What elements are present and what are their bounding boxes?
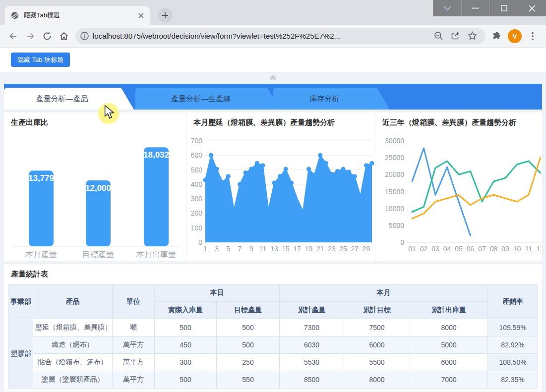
area-point[interactable] <box>324 161 328 166</box>
table-cell: 塗層（塗層類產品） <box>33 371 113 389</box>
table-header: 本日 <box>155 284 280 302</box>
area-point[interactable] <box>306 167 311 171</box>
browser-toolbar: localhost:8075/webroot/decision/view/for… <box>0 25 546 48</box>
table-cell: 貼合（燈箱布、篷布） <box>33 354 113 371</box>
table-cell: 8500 <box>280 371 344 389</box>
table-row: 織造（網布）萬平方45050060306000500082.92% <box>8 336 538 354</box>
back-icon <box>8 31 18 41</box>
window-maximize-button[interactable] <box>489 0 518 16</box>
bar-category-label: 本月出庫量 <box>136 250 176 259</box>
line-xtick: 11 <box>525 245 533 253</box>
area-ytick: 700 <box>191 137 203 145</box>
parameter-pane: 隐藏 Tab 块标题 <box>0 48 546 72</box>
area-point[interactable] <box>238 182 242 186</box>
bar-chart-panel: 生產出庫比 13,779本月產量12,000目標產量18,032本月出庫量 <box>4 112 186 261</box>
area-point[interactable] <box>335 169 340 173</box>
table-cell: 500 <box>217 336 280 354</box>
area-point[interactable] <box>209 153 213 158</box>
minimize-icon <box>472 7 479 9</box>
table-subheader: 實際入庫量 <box>155 302 217 319</box>
area-point[interactable] <box>289 180 294 185</box>
info-icon[interactable] <box>80 32 89 40</box>
share-button[interactable] <box>447 28 464 45</box>
profile-avatar[interactable]: V <box>508 29 522 43</box>
area-point[interactable] <box>220 180 225 184</box>
line-xtick: 03 <box>431 245 439 253</box>
table-subheader: 累計目標 <box>344 302 410 319</box>
globe-favicon-icon <box>11 11 19 19</box>
area-point[interactable] <box>203 178 208 182</box>
zoom-out-icon <box>434 31 443 41</box>
area-point[interactable] <box>284 167 288 171</box>
report-tabbar: 產量分析—產品 產量分析—生產線 庫存分析 <box>4 84 542 110</box>
browser-titlebar: 隱藏Tab標題 <box>0 0 546 25</box>
param-collapse-control[interactable] <box>4 72 542 84</box>
new-tab-button[interactable] <box>158 8 173 23</box>
area-point[interactable] <box>370 161 374 166</box>
area-xtick: 27 <box>351 245 359 253</box>
chevron-up-double-icon <box>270 75 276 80</box>
area-point[interactable] <box>364 163 368 168</box>
forward-button[interactable] <box>22 28 39 45</box>
hide-tab-title-button[interactable]: 隐藏 Tab 块标题 <box>11 53 70 67</box>
address-bar[interactable]: localhost:8075/webroot/decision/view/for… <box>75 28 485 44</box>
area-point[interactable] <box>260 163 265 168</box>
line-ytick: 30000 <box>385 137 404 145</box>
area-point[interactable] <box>249 167 253 171</box>
browser-menu-button[interactable] <box>524 28 541 45</box>
production-output-bar-chart[interactable]: 13,779本月產量12,000目標產量18,032本月出庫量 <box>4 132 186 261</box>
trend-series-0[interactable] <box>412 148 471 235</box>
back-button[interactable] <box>5 28 22 45</box>
table-header: 產品 <box>33 284 113 319</box>
line-xtick: 02 <box>420 245 428 253</box>
table-cell: 300 <box>155 354 217 371</box>
table-cell: 500 <box>217 319 280 336</box>
area-xtick: 3 <box>215 245 219 253</box>
table-cell: 108.50% <box>488 354 538 371</box>
extensions-button[interactable] <box>488 28 505 45</box>
area-point[interactable] <box>347 169 351 174</box>
area-point[interactable] <box>278 174 282 178</box>
window-minimize-button[interactable] <box>461 0 489 16</box>
line-xtick: 12 <box>537 245 541 253</box>
window-close-button[interactable] <box>518 0 546 16</box>
tab-production-by-line[interactable]: 產量分析—生產線 <box>135 88 280 110</box>
window-chevron-down-button[interactable] <box>433 0 461 16</box>
tab-close-icon[interactable] <box>138 13 144 18</box>
area-point[interactable] <box>255 161 259 166</box>
area-point[interactable] <box>341 167 346 171</box>
area-point[interactable] <box>243 170 248 175</box>
area-point[interactable] <box>318 153 322 158</box>
three-year-trend-line-chart[interactable]: 0500010000150002000025000300000102030405… <box>375 132 541 261</box>
tab-production-by-product[interactable]: 產量分析—產品 <box>4 88 134 110</box>
zoom-out-button[interactable] <box>430 28 447 45</box>
area-chart-title: 本月壓延（燈箱膜、差異膜）產量趨勢分析 <box>186 112 375 132</box>
line-xtick: 07 <box>478 245 486 253</box>
stats-table-title: 產量統計表 <box>4 264 542 284</box>
area-point[interactable] <box>329 172 334 176</box>
table-cell: 萬平方 <box>113 371 155 389</box>
area-point[interactable] <box>226 174 231 178</box>
table-header: 本月 <box>280 284 488 302</box>
area-point[interactable] <box>312 172 317 177</box>
bookmark-button[interactable] <box>464 28 481 45</box>
url-text[interactable]: localhost:8075/webroot/decision/view/for… <box>93 32 430 40</box>
table-cell: 6000 <box>344 336 410 354</box>
home-button[interactable] <box>56 28 72 45</box>
reload-button[interactable] <box>39 28 56 45</box>
table-cell: 450 <box>155 336 217 354</box>
table-cell: 82.92% <box>488 336 538 354</box>
bar-本月出庫量[interactable] <box>144 147 169 246</box>
line-xtick: 08 <box>490 245 498 253</box>
area-point[interactable] <box>215 167 219 171</box>
area-point[interactable] <box>353 174 357 178</box>
area-point[interactable] <box>272 180 277 185</box>
browser-tab[interactable]: 隱藏Tab標題 <box>5 6 150 25</box>
line-ytick: 25000 <box>385 154 404 162</box>
table-cell: 8000 <box>410 319 488 336</box>
trend-series-1[interactable] <box>412 161 541 212</box>
monthly-trend-area-chart[interactable]: 0100200300400500600700135791113151719212… <box>186 132 375 261</box>
plus-icon <box>162 12 169 19</box>
area-fill[interactable] <box>205 155 372 242</box>
tab-inventory-analysis[interactable]: 庫存分析 <box>273 88 390 110</box>
